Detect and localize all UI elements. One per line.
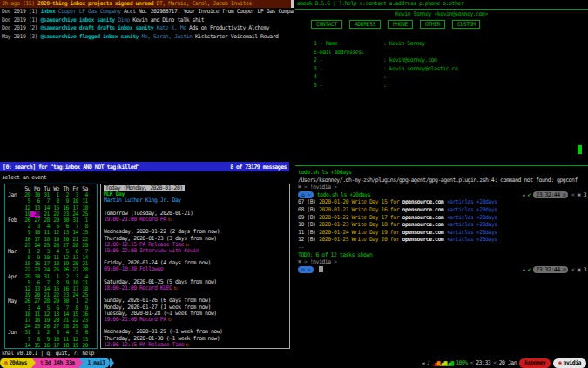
tmux-status-bar: n20days t3d 14h 33m 1 mail ◀ ♪ ▂▄▆▂▄▆▂▄▆…: [0, 358, 588, 368]
chevron-left-icon: <: [571, 191, 574, 198]
agenda-event[interactable]: 19:00-22:00 Interview with Kevin: [104, 248, 289, 254]
email-row[interactable]: Dec 2019 (2) @sanearchive draft drafts i…: [0, 24, 294, 32]
abook-tab-address[interactable]: ADDRESS: [349, 20, 381, 29]
abook-contact-title: Kevin Sonney <kevin@sonney.com>: [295, 10, 588, 18]
tmux-segment-countdown: t3d 14h 33m: [36, 358, 79, 368]
calendar-day[interactable]: 14: [21, 343, 30, 349]
calendar-day[interactable]: 20: [78, 343, 88, 349]
email-authors: Dino: [118, 17, 132, 23]
prompt-time: 23:32:44: [536, 266, 559, 273]
abook-tab-phone[interactable]: PHONE: [388, 20, 413, 29]
tmux-right-cluster: ◀ ♪ ▂▄▆▂▄▆▂▄▆ 100% < 23:33 < 20 Jan kson…: [422, 358, 588, 368]
agenda-day: Sunday, 2020-01-26 (6 days from now): [104, 298, 289, 304]
email-subject: Ads on Productivity Alchemy: [189, 24, 269, 31]
abook-field-row[interactable]: E-mail addresses:: [295, 49, 588, 57]
agenda-event[interactable]: 19:00-21:00 Record PA↻: [104, 317, 289, 323]
agenda-text: Saturday, 2020-01-25 (5 days from now): [104, 279, 217, 285]
recurrence-icon: ↻: [186, 242, 188, 248]
task-site: opensource.com: [402, 229, 446, 236]
back-icon: ◀: [523, 267, 525, 272]
field-value: :: [383, 73, 386, 82]
agenda-today[interactable]: Today (Monday, 2020-01-20): [104, 185, 289, 191]
abook-field-row[interactable]: 4 -:: [295, 73, 588, 82]
todo-divider: --: [296, 244, 588, 251]
field-label: 4 -: [314, 73, 322, 82]
scrollbar-thumb[interactable]: [291, 0, 294, 8]
month-label: Jun: [8, 330, 21, 336]
calendar-week: May262728293012: [8, 298, 97, 304]
email-tags: inbox: [40, 8, 57, 15]
field-label: 2 -: [314, 57, 322, 65]
todo-task-list: 07 (B) 2020-01-20 Write Day 15 for opens…: [296, 198, 588, 244]
abook-field-row[interactable]: 5 -:: [295, 82, 588, 90]
calendar-day[interactable]: 16: [40, 343, 50, 349]
calendar-day[interactable]: 17: [50, 343, 59, 349]
calendar-day[interactable]: 19: [69, 343, 78, 349]
agenda-text: MLK Day: [104, 191, 125, 197]
todo-task: 09 (B) 2020-01-22 Write Day 17 for opens…: [296, 214, 588, 222]
email-tags: @sanearchive inbox sanity: [40, 17, 118, 23]
agenda-text: Monday, 2020-01-27 (1 week from now): [104, 304, 211, 311]
khal-pane: select an event SuMoTuWeThFrSaJan2930311…: [0, 172, 294, 358]
task-tags: +articles +20days: [447, 214, 497, 221]
calendar-week: 22232425262728: [8, 267, 97, 273]
command-line[interactable]: ⌂ ~ todo.sh ls +20days ◀ ✔ 23:32:44 ⊙ < …: [296, 191, 588, 199]
terminal-pane: todo.sh ls +20days /Users/ksonney/.oh-my…: [296, 169, 588, 358]
abook-tab-custom[interactable]: CUSTOM: [452, 20, 480, 29]
back-icon: ◀: [422, 360, 425, 365]
email-row[interactable]: May 2019 (3) @sanearchive flagged inbox …: [0, 33, 294, 41]
abook-field-row[interactable]: 1 - Name: Kevin Sonney: [295, 40, 588, 49]
timer-icon: t: [40, 359, 43, 366]
agenda-text: 19:00-21:00 Record PA: [104, 317, 166, 323]
abook-tab-contact[interactable]: CONTACT: [311, 20, 342, 29]
shell-prompt[interactable]: ⌘ > !nvidia >: [296, 258, 588, 266]
agenda-holiday2: Martin Luther King Jr. Day: [104, 197, 289, 204]
agenda-event[interactable]: 12:00-12:15 PA Release Time↻: [104, 342, 289, 348]
abook-field-row[interactable]: 3 -: kevin.sonney@elastic.co: [295, 65, 588, 74]
email-row-selected[interactable]: 3h ago (15) 2020-thing inbox projects si…: [0, 0, 294, 8]
abook-field-row[interactable]: 2 -: kevin@sonney.com: [295, 57, 588, 65]
calendar-day[interactable]: 15: [30, 343, 40, 349]
agenda-event[interactable]: 09:00-10:30 Followup: [104, 266, 289, 272]
task-tags: +articles +20days: [447, 198, 497, 205]
agenda-day: Friday, 2020-01-24 (4 days from now): [104, 260, 289, 266]
recurrence-icon: ↻: [168, 217, 171, 223]
tmux-session-badge[interactable]: ksonney: [519, 358, 551, 368]
field-label: 3 -: [314, 65, 322, 74]
prompt-time: 23:32:44: [536, 191, 559, 198]
email-row[interactable]: Dec 2019 (1) inbox Cooper LP Gas Company…: [0, 8, 294, 16]
task-text: 2020-01-24 Write Day 19 for: [319, 229, 402, 236]
email-list: 3h ago (15) 2020-thing inbox projects si…: [0, 0, 294, 41]
todo-task: 08 (B) 2020-01-21 Write Day 16 for opens…: [296, 206, 588, 214]
agenda-spacer: [104, 323, 289, 329]
email-subject: Kevin and Dino talk shit: [132, 17, 204, 23]
month-label: May: [8, 298, 21, 304]
agenda-day: Wednesday, 2020-01-22 (2 days from now): [104, 229, 289, 235]
email-row[interactable]: Dec 2019 (1) @sanearchive inbox sanity D…: [0, 17, 294, 24]
agenda-text: Sunday, 2020-01-26 (6 days from now): [104, 298, 211, 304]
agenda-day: Monday, 2020-01-27 (1 week from now): [104, 304, 289, 311]
task-site: opensource.com: [402, 206, 446, 213]
agenda-event[interactable]: 19:00-21:00 Record PA↻: [104, 217, 289, 223]
agenda-spacer: [104, 223, 289, 229]
abook-tab-other[interactable]: OTHER: [420, 20, 445, 29]
task-id: 10 (B): [298, 221, 319, 228]
calendar-week: Feb2627282930311: [8, 217, 97, 224]
email-authors: Cooper LP Gas Company: [58, 8, 124, 15]
agenda-event[interactable]: 12:00-12:15 PA Release Time↻: [104, 242, 289, 248]
agenda-day: Saturday, 2020-01-25 (5 days from now): [104, 279, 289, 285]
agenda-text: 12:00-12:15 PA Release Time: [104, 342, 184, 348]
command-line-active[interactable]: ⌂ ~ ◀ ✔ 23:32:44 ⊙ < ▣ 3: [296, 266, 588, 274]
khal-footer: khal v0.10.1 | q: quit, ?: help: [2, 350, 94, 357]
days-label: 20days: [9, 359, 26, 366]
shell-prompt[interactable]: ⌘ > !nvidia >: [296, 184, 588, 191]
agenda-event[interactable]: 18:00-21:00 Record KUEC↻: [104, 285, 289, 291]
calendar-day[interactable]: 18: [59, 343, 69, 349]
calendar-week: 14151617181920: [8, 343, 97, 349]
tmux-segment-days: n20days: [0, 358, 31, 368]
calendar: SuMoTuWeThFrSaJan29303112345678910111213…: [4, 184, 98, 349]
agenda-spacer: [104, 273, 289, 279]
email-pane: 3h ago (15) 2020-thing inbox projects si…: [0, 0, 294, 172]
cwd-segment: ⌂ ~: [298, 266, 314, 273]
agenda-holiday: MLK Day: [104, 191, 289, 197]
